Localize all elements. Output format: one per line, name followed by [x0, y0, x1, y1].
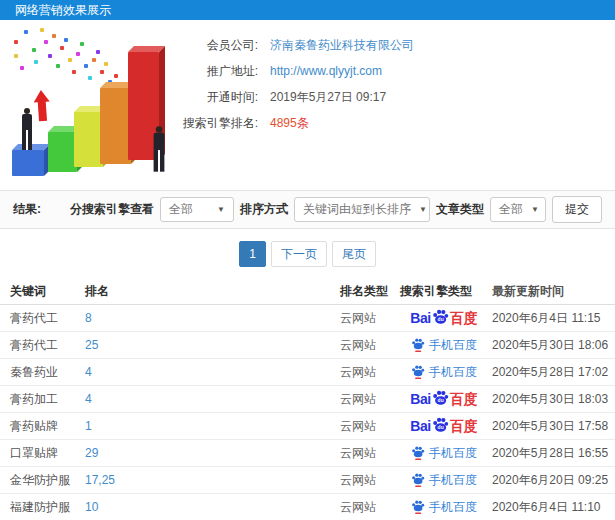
company-row: 会员公司: 济南秦鲁药业科技有限公司	[158, 36, 615, 54]
engine-filter-select[interactable]: 全部 ▼	[160, 197, 234, 222]
company-link[interactable]: 济南秦鲁药业科技有限公司	[270, 37, 414, 54]
table-row: 口罩贴牌 29 云网站 手机百度 2020年5月28日 16:55	[0, 440, 615, 467]
svg-text:du: du	[437, 398, 443, 403]
promo-url-label: 推广地址:	[158, 63, 258, 80]
opened-time-label: 开通时间:	[158, 89, 258, 106]
header-engine-type: 搜索引擎类型	[400, 283, 488, 300]
keyword-cell: 福建防护服	[0, 499, 85, 516]
chart-bar-green	[48, 132, 77, 172]
keyword-cell: 膏药贴牌	[0, 418, 85, 435]
table-row: 膏药代工 8 云网站 Baidu百度 2020年6月4日 11:15	[0, 305, 615, 332]
baidu-logo: Baidu百度	[410, 389, 477, 409]
engine-cell: 手机百度	[400, 445, 488, 462]
keyword-cell: 秦鲁药业	[0, 364, 85, 381]
engine-cell: Baidu百度	[400, 416, 488, 436]
table-row: 金华防护服 17,25 云网站 手机百度 2020年6月20日 09:25	[0, 467, 615, 494]
table-row: 秦鲁药业 4 云网站 手机百度 2020年5月28日 17:02	[0, 359, 615, 386]
confetti-dots	[8, 26, 12, 30]
mobile-baidu-paw-icon	[411, 499, 425, 515]
table-row: 福建防护服 10 云网站 手机百度 2020年6月4日 11:10	[0, 494, 615, 520]
rank-type-cell: 云网站	[340, 364, 400, 381]
rank-type-cell: 云网站	[340, 445, 400, 462]
sort-value: 关键词由短到长排序	[303, 201, 411, 218]
promo-url-row: 推广地址: http://www.qlyyjt.com	[158, 62, 615, 80]
article-type-value: 全部	[499, 201, 523, 218]
chart-bar-orange	[100, 88, 131, 164]
engine-cell: Baidu百度	[400, 389, 488, 409]
last-page-button[interactable]: 尾页	[332, 241, 376, 267]
engine-cell: 手机百度	[400, 499, 488, 516]
rank-link[interactable]: 10	[85, 500, 98, 514]
summary-section: 会员公司: 济南秦鲁药业科技有限公司 推广地址: http://www.qlyy…	[0, 20, 615, 190]
rank-unit: 条	[297, 116, 309, 130]
header-keyword: 关键词	[0, 283, 85, 300]
baidu-paw-icon: du	[432, 308, 449, 325]
engine-rank-value: 4895条	[270, 115, 309, 132]
table-header-row: 关键词 排名 排名类型 搜索引擎类型 最新更新时间	[0, 278, 615, 305]
rank-type-cell: 云网站	[340, 499, 400, 516]
mobile-baidu-logo: 手机百度	[411, 445, 477, 462]
engine-filter-value: 全部	[169, 201, 193, 218]
rank-link[interactable]: 4	[85, 365, 92, 379]
updated-cell: 2020年5月28日 16:55	[488, 445, 615, 462]
updated-cell: 2020年5月30日 18:06	[488, 337, 615, 354]
mobile-baidu-paw-icon	[411, 337, 425, 353]
opened-time-row: 开通时间: 2019年5月27日 09:17	[158, 88, 615, 106]
table-row: 膏药代工 25 云网站 手机百度 2020年5月30日 18:06	[0, 332, 615, 359]
mobile-baidu-logo: 手机百度	[411, 499, 477, 516]
chevron-down-icon: ▼	[217, 205, 225, 214]
engine-cell: 手机百度	[400, 364, 488, 381]
chart-bar-blue	[12, 150, 44, 176]
page-1-button[interactable]: 1	[239, 241, 266, 267]
engine-cell: 手机百度	[400, 472, 488, 489]
up-arrow-icon	[33, 89, 51, 122]
rank-link[interactable]: 1	[85, 419, 92, 433]
updated-cell: 2020年5月28日 17:02	[488, 364, 615, 381]
engine-rank-row: 搜索引擎排名: 4895条	[158, 114, 615, 132]
header-rank-type: 排名类型	[340, 283, 400, 300]
header-updated: 最新更新时间	[488, 283, 615, 300]
article-type-label: 文章类型	[436, 201, 484, 218]
rank-link[interactable]: 8	[85, 311, 92, 325]
sort-select[interactable]: 关键词由短到长排序 ▼	[294, 197, 430, 222]
rank-type-cell: 云网站	[340, 418, 400, 435]
keyword-cell: 膏药代工	[0, 337, 85, 354]
results-table: 关键词 排名 排名类型 搜索引擎类型 最新更新时间 膏药代工 8 云网站 Bai…	[0, 278, 615, 520]
submit-button[interactable]: 提交	[552, 196, 602, 223]
marketing-report-page: 网络营销效果展示 会员公司: 济南秦鲁药业科技有限公司	[0, 0, 615, 520]
result-section-label: 结果:	[13, 201, 41, 218]
baidu-paw-icon: du	[432, 416, 449, 433]
baidu-paw-icon: du	[432, 389, 449, 406]
svg-text:du: du	[437, 317, 443, 322]
mobile-baidu-logo: 手机百度	[411, 364, 477, 381]
keyword-cell: 金华防护服	[0, 472, 85, 489]
next-page-button[interactable]: 下一页	[271, 241, 327, 267]
engine-rank-label: 搜索引擎排名:	[158, 115, 258, 132]
rank-link[interactable]: 4	[85, 392, 92, 406]
mobile-baidu-paw-icon	[411, 445, 425, 461]
keyword-cell: 口罩贴牌	[0, 445, 85, 462]
company-label: 会员公司:	[158, 37, 258, 54]
rank-link[interactable]: 29	[85, 446, 98, 460]
member-info: 会员公司: 济南秦鲁药业科技有限公司 推广地址: http://www.qlyy…	[158, 36, 615, 140]
filter-bar: 结果: 分搜索引擎查看 全部 ▼ 排序方式 关键词由短到长排序 ▼ 文章类型 全…	[0, 190, 615, 229]
promo-url-link[interactable]: http://www.qlyyjt.com	[270, 64, 382, 78]
chart-bar-yellow	[74, 112, 103, 167]
filter-controls: 分搜索引擎查看 全部 ▼ 排序方式 关键词由短到长排序 ▼ 文章类型 全部 ▼ …	[70, 196, 602, 223]
rank-link[interactable]: 25	[85, 338, 98, 352]
title-bar: 网络营销效果展示	[0, 0, 615, 20]
rank-link[interactable]: 17,25	[85, 473, 115, 487]
keyword-cell: 膏药加工	[0, 391, 85, 408]
growth-chart-illustration	[4, 24, 182, 184]
updated-cell: 2020年6月4日 11:15	[488, 310, 615, 327]
rank-type-cell: 云网站	[340, 472, 400, 489]
engine-filter-label: 分搜索引擎查看	[70, 201, 154, 218]
svg-text:du: du	[437, 425, 443, 430]
updated-cell: 2020年6月20日 09:25	[488, 472, 615, 489]
mobile-baidu-logo: 手机百度	[411, 337, 477, 354]
table-row: 膏药贴牌 1 云网站 Baidu百度 2020年5月30日 17:58	[0, 413, 615, 440]
article-type-select[interactable]: 全部 ▼	[490, 197, 546, 222]
engine-cell: 手机百度	[400, 337, 488, 354]
updated-cell: 2020年5月30日 18:03	[488, 391, 615, 408]
opened-time-value: 2019年5月27日 09:17	[270, 89, 386, 106]
